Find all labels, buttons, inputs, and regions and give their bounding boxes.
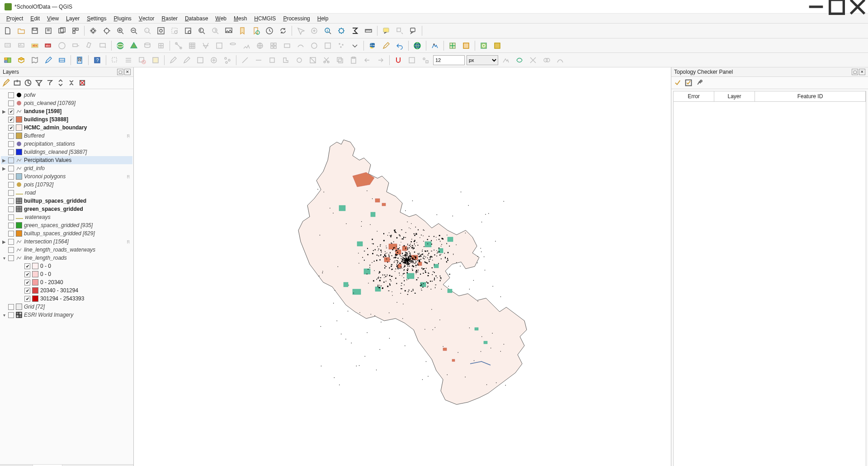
topology-close-button[interactable]: ✕ bbox=[859, 69, 865, 75]
rotate-label-button[interactable] bbox=[83, 40, 95, 52]
layer-row[interactable]: ▶0 - 0 bbox=[17, 262, 132, 270]
enable-snapping-button[interactable] bbox=[392, 54, 404, 66]
toggle-editing-button2[interactable] bbox=[181, 54, 193, 66]
add-wcs-layer-button[interactable] bbox=[281, 40, 293, 52]
new-project-button[interactable] bbox=[2, 25, 14, 37]
add-spatialite-layer-button[interactable] bbox=[227, 40, 239, 52]
add-xyz-layer-button[interactable] bbox=[268, 40, 279, 52]
layer-row[interactable]: ▶0 - 20340 bbox=[17, 278, 132, 286]
data-source-manager-button[interactable] bbox=[2, 54, 14, 66]
new-shapefile-button[interactable] bbox=[128, 40, 140, 52]
layer-tree[interactable]: ▶pofw▶pois_cleaned [10769]▶landuse [1598… bbox=[0, 89, 133, 464]
menu-plugins[interactable]: Plugins bbox=[110, 14, 135, 23]
menu-raster[interactable]: Raster bbox=[158, 14, 181, 23]
self-snapping-button[interactable] bbox=[527, 54, 539, 66]
maximize-button[interactable] bbox=[826, 0, 847, 14]
layer-visibility-checkbox[interactable] bbox=[24, 296, 30, 302]
osm-download-button[interactable] bbox=[478, 40, 490, 52]
show-bookmarks-button[interactable] bbox=[250, 25, 262, 37]
datazone-button[interactable] bbox=[429, 40, 441, 52]
layer-visibility-checkbox[interactable] bbox=[8, 304, 14, 310]
layer-visibility-checkbox[interactable] bbox=[8, 149, 14, 155]
menu-project[interactable]: Project bbox=[3, 14, 27, 23]
layer-visibility-checkbox[interactable] bbox=[24, 288, 30, 294]
layer-visibility-checkbox[interactable] bbox=[8, 117, 14, 123]
manage-map-themes-button[interactable] bbox=[24, 78, 33, 87]
toggle-editing-button[interactable] bbox=[380, 40, 392, 52]
paste-features-button[interactable] bbox=[348, 54, 359, 66]
layer-visibility-checkbox[interactable] bbox=[8, 157, 14, 163]
menu-help[interactable]: Help bbox=[314, 14, 332, 23]
menu-layer[interactable]: Layer bbox=[62, 14, 83, 23]
zoom-full-button[interactable] bbox=[155, 25, 167, 37]
layer-row[interactable]: ▶waterways bbox=[1, 213, 132, 221]
layer-diagrams-button[interactable] bbox=[15, 40, 27, 52]
save-layer-edits-button[interactable] bbox=[194, 54, 206, 66]
layer-row[interactable]: ▶precipitation_stations bbox=[1, 140, 132, 148]
snapping-options-button[interactable] bbox=[406, 54, 418, 66]
menu-settings[interactable]: Settings bbox=[83, 14, 110, 23]
layer-visibility-checkbox[interactable] bbox=[8, 100, 14, 106]
zoom-last-button[interactable] bbox=[196, 25, 208, 37]
digitize-tool2[interactable] bbox=[253, 54, 264, 66]
layer-row[interactable]: ▶pois [10792] bbox=[1, 181, 132, 189]
layer-row[interactable]: ▶grid_info bbox=[1, 164, 132, 172]
toolbar-overflow-button[interactable] bbox=[349, 40, 361, 52]
layer-row[interactable]: ▶Grid [72] bbox=[1, 303, 132, 311]
new-geopackage-layer-button[interactable] bbox=[15, 54, 27, 66]
snapping-type-dropdown[interactable] bbox=[420, 54, 431, 66]
topology-float-button[interactable]: ▢ bbox=[852, 69, 858, 75]
layer-row[interactable]: ▶pofw bbox=[1, 91, 132, 99]
dock-close-button[interactable]: ✕ bbox=[124, 69, 131, 75]
menu-mesh[interactable]: Mesh bbox=[230, 14, 250, 23]
processing-toolbox-button[interactable] bbox=[335, 25, 347, 37]
style-manager-button[interactable] bbox=[70, 25, 81, 37]
layer-visibility-checkbox[interactable] bbox=[8, 133, 14, 139]
menu-hcmgis[interactable]: HCMGIS bbox=[250, 14, 279, 23]
zoom-to-selection-button[interactable] bbox=[169, 25, 180, 37]
save-project-button[interactable] bbox=[29, 25, 41, 37]
new-virtual-layer-button2[interactable] bbox=[56, 54, 68, 66]
layer-visibility-checkbox[interactable] bbox=[24, 271, 30, 277]
topology-col-feature-id[interactable]: Feature ID bbox=[755, 91, 866, 101]
new-spatialite-button[interactable] bbox=[142, 40, 153, 52]
layer-styling-button[interactable] bbox=[2, 78, 11, 87]
georef-button[interactable] bbox=[447, 40, 458, 52]
topo-editing-button[interactable] bbox=[500, 54, 512, 66]
snap-intersection-button[interactable] bbox=[514, 54, 525, 66]
python-console-button[interactable] bbox=[367, 40, 378, 52]
zoom-to-layer-button[interactable] bbox=[182, 25, 194, 37]
change-label-button[interactable] bbox=[97, 40, 108, 52]
minimize-button[interactable] bbox=[806, 0, 826, 14]
menu-database[interactable]: Database bbox=[181, 14, 212, 23]
layer-visibility-checkbox[interactable] bbox=[8, 109, 14, 114]
copy-features-button[interactable] bbox=[334, 54, 346, 66]
zoom-out-tool[interactable] bbox=[128, 25, 140, 37]
new-bookmark-button[interactable] bbox=[236, 25, 248, 37]
zoom-native-button[interactable]: 1:1 bbox=[142, 25, 153, 37]
digitize-tool1[interactable] bbox=[239, 54, 251, 66]
new-virtual-layer-button[interactable] bbox=[155, 40, 167, 52]
layer-row[interactable]: ▶green_spaces_gridded [935] bbox=[1, 221, 132, 229]
layer-visibility-checkbox[interactable] bbox=[8, 239, 14, 245]
label-pin-button[interactable]: abc bbox=[42, 40, 54, 52]
validate-all-button[interactable] bbox=[673, 78, 682, 87]
add-afs-layer-button[interactable] bbox=[308, 40, 320, 52]
tree-toggle[interactable]: ▶ bbox=[2, 109, 6, 114]
select-features-tool[interactable] bbox=[109, 54, 121, 66]
close-button[interactable] bbox=[847, 0, 868, 14]
layer-row[interactable]: ▶0 - 0 bbox=[17, 270, 132, 278]
tree-toggle[interactable]: ▶ bbox=[2, 166, 6, 171]
layer-visibility-checkbox[interactable] bbox=[8, 174, 14, 180]
temporal-controller-button[interactable] bbox=[264, 25, 275, 37]
topology-col-layer[interactable]: Layer bbox=[714, 91, 755, 101]
filter-by-expression-button[interactable] bbox=[45, 78, 54, 87]
layer-row[interactable]: ▶pois_cleaned [10769] bbox=[1, 99, 132, 107]
add-group-button[interactable] bbox=[13, 78, 22, 87]
layer-visibility-checkbox[interactable] bbox=[8, 312, 14, 318]
current-edits-button[interactable] bbox=[167, 54, 179, 66]
layer-row[interactable]: ▶green_spaces_gridded bbox=[1, 205, 132, 213]
layer-row[interactable]: ▶line_length_roads_waterways bbox=[1, 246, 132, 254]
map-canvas[interactable] bbox=[134, 67, 671, 466]
layer-visibility-checkbox[interactable] bbox=[8, 141, 14, 147]
